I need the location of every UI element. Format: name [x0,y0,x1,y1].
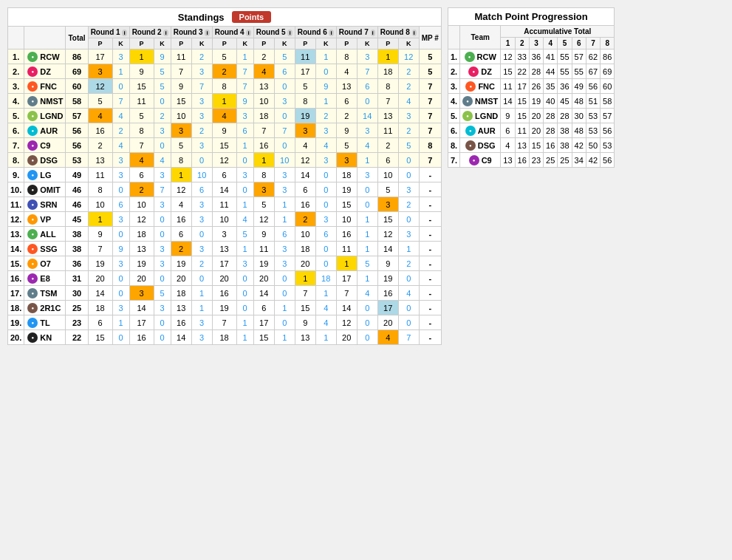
team-name-cell: ● LG [24,168,66,182]
mp-team-cell: ● C9 [460,153,501,168]
r6k-cell: 3 [315,212,336,227]
r8p-cell: 14 [377,242,398,256]
mp-row: 7. ● C9 1316232525344256 [448,153,614,168]
r3k-cell: 3 [191,197,212,212]
mp-val-cell: 40 [544,94,558,109]
total-cell: 46 [66,182,88,197]
mp-cell: 7 [419,123,441,138]
points-button[interactable]: Points [232,11,272,23]
r4k-header: K [236,38,253,49]
r4k-cell: 0 [236,301,253,315]
r8k-cell: 12 [398,49,419,64]
r5k-cell: 3 [274,256,295,271]
mp-val-cell: 13 [501,153,515,168]
r2k-cell: 9 [154,49,171,64]
r8k-cell: 2 [398,79,419,94]
standings-row: 1. ● RCW 86173191125125111831125 [8,49,442,64]
r3k-cell: 3 [191,315,212,330]
r7p-cell: 4 [336,64,357,79]
r8k-cell: 7 [398,330,419,345]
r2p-cell: 12 [129,212,154,227]
team-logo: ● [27,185,38,195]
r5k-cell: 0 [274,138,295,153]
mp-team-abbr: FNC [478,82,495,91]
mp-team-cell: ● FNC [460,79,501,94]
r8p-cell: 13 [377,109,398,123]
r7k-cell: 7 [357,64,377,79]
r6p-cell: 17 [295,64,315,79]
team-abbr: SRN [40,200,57,209]
team-header [24,27,66,49]
standings-row: 8. ● DSG 53133448012011012331607 [8,153,442,168]
mp-table: Team Accumulative Total 1 2 3 4 5 6 7 8 … [448,25,615,168]
r7p-header: P [336,38,357,49]
r6k-cell: 1 [315,286,336,301]
r4k-cell: 0 [236,271,253,286]
r7k-cell: 14 [357,109,377,123]
r3k-cell: 6 [191,182,212,197]
r6p-cell: 14 [295,168,315,182]
mp-team-logo: ● [465,126,476,136]
r5k-cell: 0 [274,79,295,94]
r4k-cell: 1 [236,138,253,153]
r6p-cell: 13 [295,330,315,345]
standings-table: Total Round 1 i Round 2 i Round 3 i Roun… [7,26,442,345]
team-logo: ● [27,140,38,151]
mp-val-cell: 56 [601,123,615,138]
r4k-cell: 7 [236,64,253,79]
mp-val-cell: 53 [601,138,615,153]
r4p-cell: 19 [212,301,236,315]
r7k-cell: 4 [357,138,377,153]
r1p-cell: 20 [88,271,112,286]
rank-cell: 20. [8,330,24,345]
mp-val-cell: 48 [572,94,586,109]
total-cell: 23 [66,315,88,330]
r1k-cell: 3 [112,49,129,64]
r5k-cell: 3 [274,168,295,182]
mp-cell: - [419,182,441,197]
r5p-cell: 11 [253,242,274,256]
r7k-cell: 6 [357,79,377,94]
mp-team-cell: ● DSG [460,138,501,153]
rank-cell: 7. [8,138,24,153]
mp-title: Match Point Progression [448,7,615,25]
r2k-cell: 0 [154,315,171,330]
r5p-header: P [253,38,274,49]
team-logo: ● [27,81,38,92]
r6k-cell: 2 [315,109,336,123]
team-logo: ● [27,273,38,284]
r6k-cell: 0 [315,168,336,182]
mp-val-cell: 17 [515,79,529,94]
r1k-cell: 0 [112,271,129,286]
r1p-cell: 6 [88,315,112,330]
r2p-cell: 4 [129,153,154,168]
r5k-cell: 7 [274,123,295,138]
mp-rank-cell: 5. [448,109,459,123]
mp-row: 2. ● DZ 1522284455556769 [448,64,614,79]
mp-row: 5. ● LGND 915202828305357 [448,109,614,123]
r5k-cell: 0 [274,315,295,330]
rank-cell: 2. [8,64,24,79]
page-wrapper: Standings Points Total Round 1 i Round 2… [7,7,725,345]
r1k-cell: 0 [112,227,129,242]
r6p-cell: 18 [295,242,315,256]
r8p-cell: 15 [377,212,398,227]
mp-val-cell: 56 [601,153,615,168]
r1p-cell: 3 [88,64,112,79]
r3k-cell: 3 [191,94,212,109]
mp-val-cell: 38 [558,123,572,138]
r4k-cell: 1 [236,197,253,212]
r5p-cell: 15 [253,330,274,345]
mp-val-cell: 44 [544,64,558,79]
team-abbr: LGND [40,112,63,120]
mp-val-cell: 45 [558,94,572,109]
round3-header: Round 3 i [171,27,212,38]
r2p-header: P [129,38,154,49]
rank-cell: 14. [8,242,24,256]
r4k-cell: 1 [236,49,253,64]
r3p-cell: 20 [171,271,191,286]
r2p-cell: 6 [129,168,154,182]
r8p-cell: 7 [377,94,398,109]
r8p-cell: 19 [377,271,398,286]
team-name-cell: ● DSG [24,153,66,168]
